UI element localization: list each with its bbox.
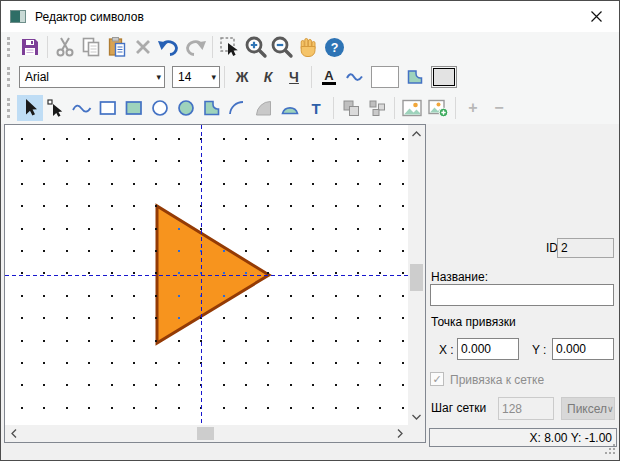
- scroll-left-arrow[interactable]: [5, 425, 22, 442]
- polygon-icon: [202, 99, 222, 117]
- add-image-button[interactable]: [425, 95, 451, 121]
- scrollbar-corner: [408, 425, 425, 442]
- toolbar-separator: [311, 66, 312, 88]
- cut-button[interactable]: [52, 34, 78, 60]
- zoom-in-icon: [244, 35, 268, 59]
- ungroup-icon: [367, 98, 387, 118]
- help-icon: ?: [324, 37, 345, 58]
- x-input[interactable]: [457, 338, 519, 360]
- vertical-scroll-thumb[interactable]: [410, 264, 423, 291]
- scroll-down-arrow[interactable]: [408, 408, 425, 425]
- redo-button[interactable]: [182, 34, 208, 60]
- horizontal-scroll-thumb[interactable]: [197, 427, 214, 440]
- polygon-tool[interactable]: [199, 95, 225, 121]
- chevron-down-icon: ▾: [205, 72, 216, 82]
- copy-button[interactable]: [78, 34, 104, 60]
- ungroup-button[interactable]: [364, 95, 390, 121]
- group-icon: [341, 98, 361, 118]
- undo-icon: [157, 36, 181, 58]
- delete-x-icon: [133, 37, 153, 57]
- save-button[interactable]: [17, 34, 43, 60]
- bold-label: Ж: [236, 69, 249, 85]
- copy-icon: [80, 36, 102, 58]
- toolbar-separator: [455, 97, 456, 119]
- paste-button[interactable]: [104, 34, 130, 60]
- fill-color-swatch[interactable]: [431, 66, 457, 88]
- fill-style-button[interactable]: [402, 64, 428, 90]
- scroll-right-arrow[interactable]: [391, 425, 408, 442]
- chevron-down-icon: ▾: [150, 72, 161, 82]
- add-image-icon: [427, 98, 449, 118]
- title-bar: Редактор символов: [1, 1, 619, 32]
- font-color-button[interactable]: A: [316, 64, 342, 90]
- delete-button[interactable]: [130, 34, 156, 60]
- paste-icon: [106, 36, 128, 58]
- ellipse-tool[interactable]: [147, 95, 173, 121]
- toolbar-gripper[interactable]: [7, 67, 11, 87]
- unit-select: Пиксел ∨: [561, 397, 615, 420]
- line-style-button[interactable]: [342, 64, 368, 90]
- zoom-out-button[interactable]: [269, 34, 295, 60]
- resize-grip[interactable]: [604, 443, 616, 458]
- pointer-tool[interactable]: [17, 95, 43, 121]
- bold-button[interactable]: Ж: [229, 64, 255, 90]
- node-select-tool[interactable]: [43, 95, 69, 121]
- svg-text:?: ?: [330, 41, 338, 55]
- app-icon: [10, 10, 26, 23]
- minus-icon: −: [494, 99, 503, 117]
- font-family-select[interactable]: Arial ▾: [19, 66, 165, 88]
- toolbar-gripper[interactable]: [7, 98, 11, 118]
- plus-icon: +: [468, 99, 477, 117]
- filled-rectangle-icon: [124, 99, 144, 117]
- y-input[interactable]: [552, 338, 614, 360]
- grid-step-input: [498, 397, 554, 420]
- pie-icon: [254, 99, 274, 117]
- drawing-canvas[interactable]: [5, 125, 408, 425]
- filled-ellipse-tool[interactable]: [173, 95, 199, 121]
- chevron-down-icon: ∨: [607, 404, 614, 414]
- underline-label: Ч: [289, 69, 299, 85]
- italic-button[interactable]: К: [255, 64, 281, 90]
- chord-tool[interactable]: [277, 95, 303, 121]
- minus-button[interactable]: −: [486, 95, 512, 121]
- fill-shape-icon: [406, 69, 424, 85]
- status-bar: X: 8.00 Y: -1.00: [429, 428, 617, 447]
- help-button[interactable]: ?: [321, 34, 347, 60]
- canvas-panel: [4, 124, 426, 443]
- ellipse-icon: [150, 98, 170, 118]
- scroll-up-arrow[interactable]: [408, 125, 425, 142]
- pie-tool[interactable]: [251, 95, 277, 121]
- font-family-value: Arial: [25, 70, 49, 84]
- arc-tool[interactable]: [225, 95, 251, 121]
- name-input[interactable]: [430, 284, 614, 306]
- name-label: Название:: [431, 270, 488, 284]
- text-tool[interactable]: T: [303, 95, 329, 121]
- save-icon: [20, 37, 40, 57]
- horizontal-scrollbar[interactable]: [5, 425, 408, 442]
- symbol-editor-window: Редактор символов: [0, 0, 620, 461]
- image-button[interactable]: [399, 95, 425, 121]
- toolbar-gripper[interactable]: [7, 37, 11, 57]
- zoom-in-button[interactable]: [243, 34, 269, 60]
- polyline-tool[interactable]: [69, 95, 95, 121]
- toolbar-separator: [224, 66, 225, 88]
- x-label: X :: [439, 343, 454, 357]
- wave-line-icon: [345, 70, 365, 84]
- close-button[interactable]: [574, 1, 619, 32]
- font-size-select[interactable]: 14 ▾: [172, 66, 220, 88]
- text-tool-label: T: [311, 100, 320, 117]
- plus-button[interactable]: +: [460, 95, 486, 121]
- y-label: Y :: [532, 343, 546, 357]
- underline-button[interactable]: Ч: [281, 64, 307, 90]
- group-button[interactable]: [338, 95, 364, 121]
- line-color-swatch[interactable]: [371, 66, 399, 88]
- polyline-icon: [71, 100, 93, 116]
- cursor-position-status: X: 8.00 Y: -1.00: [529, 431, 612, 445]
- undo-button[interactable]: [156, 34, 182, 60]
- pan-button[interactable]: [295, 34, 321, 60]
- filled-rectangle-tool[interactable]: [121, 95, 147, 121]
- rectangle-tool[interactable]: [95, 95, 121, 121]
- vertical-scrollbar[interactable]: [408, 125, 425, 425]
- image-icon: [401, 98, 423, 118]
- select-region-button[interactable]: [217, 34, 243, 60]
